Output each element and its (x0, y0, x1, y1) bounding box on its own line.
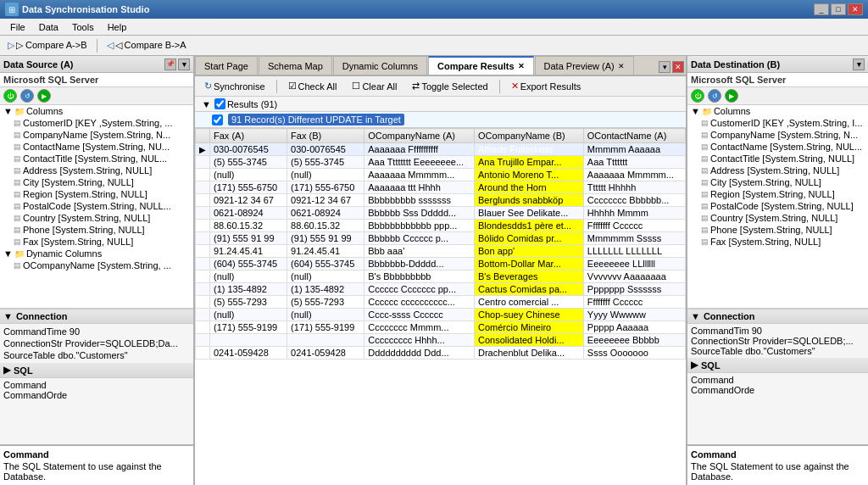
table-row[interactable]: (null)(null)Cccc-ssss CcccccChop-suey Ch… (196, 309, 686, 321)
tree-dynamic-columns[interactable]: ▼ 📁 Dynamic Columns (0, 248, 193, 259)
compare-ab-button[interactable]: ▷ ▷ Compare A->B (3, 37, 92, 53)
row-marker (196, 207, 210, 220)
menu-file[interactable]: File (3, 21, 32, 33)
table-row[interactable]: ▶030-0076545030-0076545Aaaaaaa Fffffffff… (196, 143, 686, 156)
right-tree-country[interactable]: ▤Country [System.String, NULL] (687, 212, 868, 224)
right-tree-phone[interactable]: ▤Phone [System.String, NULL] (687, 224, 868, 236)
menu-tools[interactable]: Tools (65, 21, 101, 33)
right-refresh-button[interactable]: ↺ (708, 89, 721, 103)
table-row[interactable]: (171) 555-9199(171) 555-9199Cccccccc Mmm… (196, 321, 686, 334)
right-tree-city[interactable]: ▤City [System.String, NULL] (687, 176, 868, 188)
col-header-ocont-a[interactable]: OContactName (A) (583, 129, 685, 143)
right-tree-customerid[interactable]: ▤CustomerID [KEY ,System.String, I... (687, 117, 868, 129)
left-panel-header: Data Source (A) 📌 ▾ (0, 56, 193, 73)
right-run-button[interactable]: ▶ (725, 89, 738, 103)
tab-close-button[interactable]: ✕ (672, 61, 684, 73)
close-button[interactable]: ✕ (848, 3, 863, 15)
tab-dynamic-columns[interactable]: Dynamic Columns (333, 56, 427, 75)
subrow-checkbox[interactable] (212, 114, 223, 125)
right-tree-fax[interactable]: ▤Fax [System.String, NULL] (687, 236, 868, 248)
tab-start-page[interactable]: Start Page (195, 56, 258, 75)
cell-fax-b: 0621-08924 (287, 207, 364, 220)
tree-item-region[interactable]: ▤ Region [System.String, NULL] (0, 188, 193, 200)
right-tree-region[interactable]: ▤Region [System.String, NULL] (687, 188, 868, 200)
table-row[interactable]: Ccccccccc Hhhh...Consolidated Holdi...Ee… (196, 334, 686, 347)
check-all-button[interactable]: ☑ Check All (282, 78, 343, 94)
table-row[interactable]: (171) 555-6750(171) 555-6750Aaaaaaa ttt … (196, 181, 686, 194)
tree-item-contacttitle[interactable]: ▤ ContactTitle [System.String, NUL... (0, 153, 193, 164)
cell-ocomp-b: Bólido Comidas pr... (475, 232, 584, 245)
col-header-fax-b[interactable]: Fax (B) (287, 129, 364, 143)
minimize-button[interactable]: _ (814, 3, 829, 15)
tree-item-companyname[interactable]: ▤ CompanyName [System.String, N... (0, 129, 193, 141)
table-row[interactable]: (91) 555 91 99(91) 555 91 99Bbbbbb Ccccc… (196, 232, 686, 245)
left-tree-area[interactable]: ▼ 📁 Columns ▤ CustomerID [KEY ,System.St… (0, 105, 193, 309)
tree-item-phone[interactable]: ▤ Phone [System.String, NULL] (0, 224, 193, 236)
synchronise-button[interactable]: ↻ Synchronise (198, 78, 271, 94)
table-row[interactable]: 91.24.45.4191.24.45.41Bbb aaa'Bon app'LL… (196, 245, 686, 258)
table-row[interactable]: (5) 555-7293(5) 555-7293Cccccc ccccccccc… (196, 296, 686, 309)
cell-fax-b: 0921-12 34 67 (287, 194, 364, 207)
pin-left-button[interactable]: 📌 (164, 59, 176, 70)
table-row[interactable]: (5) 555-3745(5) 555-3745Aaa Tttttttt Eee… (196, 156, 686, 169)
results-checkbox[interactable] (214, 98, 225, 109)
left-run-button[interactable]: ▶ (37, 89, 51, 103)
cell-ocomp-a: Bbb aaa' (364, 245, 475, 258)
table-row[interactable]: 88.60.15.3288.60.15.32Bbbbbbbbbbbb ppp..… (196, 220, 686, 232)
right-tree-postalcode[interactable]: ▤PostalCode [System.String, NULL] (687, 200, 868, 212)
col-icon-3: ▤ (14, 154, 21, 163)
compare-ba-button[interactable]: ◁ ◁ Compare B->A (103, 37, 191, 53)
table-row[interactable]: (null)(null)Aaaaaaa Mmmmm...Antonio More… (196, 169, 686, 181)
table-row[interactable]: 0241-0594280241-059428Dddddddddd Ddd...D… (196, 347, 686, 360)
table-row[interactable]: 0621-089240621-08924Bbbbbb Sss Ddddd...B… (196, 207, 686, 220)
close-left-button[interactable]: ▾ (178, 59, 190, 70)
tab-preview-close[interactable]: ✕ (618, 62, 625, 70)
table-row[interactable]: (1) 135-4892(1) 135-4892Cccccc Ccccccc p… (196, 283, 686, 296)
right-tree-contactname[interactable]: ▤ContactName [System.String, NUL... (687, 141, 868, 153)
cell-ocomp-a: Bbbbbb Cccccc p... (364, 232, 475, 245)
tree-item-city[interactable]: ▤ City [System.String, NULL] (0, 176, 193, 188)
tree-item-customerid[interactable]: ▤ CustomerID [KEY ,System.String, ... (0, 117, 193, 129)
col-header-ocomp-b[interactable]: OCompanyName (B) (475, 129, 584, 143)
toggle-selected-button[interactable]: ⇄ Toggle Selected (406, 78, 493, 94)
col-icon-5: ▤ (14, 178, 21, 187)
right-tree-area[interactable]: ▼ 📁 Columns ▤CustomerID [KEY ,System.Str… (687, 105, 868, 309)
tree-item-country[interactable]: ▤ Country [System.String, NULL] (0, 212, 193, 224)
table-row[interactable]: (604) 555-3745(604) 555-3745Bbbbbbb-Dddd… (196, 258, 686, 270)
app-icon: ⊞ (5, 3, 19, 16)
data-table-container[interactable]: Fax (A) Fax (B) OCompanyName (A) OCompan… (195, 128, 686, 485)
left-desc-area: Command The SQL Statement to use against… (0, 444, 193, 485)
tab-pin-button[interactable]: ▾ (659, 61, 670, 73)
col-icon-10: ▤ (14, 237, 21, 246)
right-tree-columns-root[interactable]: ▼ 📁 Columns (687, 105, 868, 117)
menu-data[interactable]: Data (32, 21, 65, 33)
main-toolbar: ▷ ▷ Compare A->B ◁ ◁ Compare B->A (0, 36, 868, 56)
tree-item-ocompanyname[interactable]: ▤ OCompanyName [System.String, ... (0, 259, 193, 271)
right-connect-button[interactable]: ⏻ (691, 89, 704, 103)
tab-data-preview[interactable]: Data Preview (A) ✕ (535, 56, 634, 75)
right-tree-companyname[interactable]: ▤CompanyName [System.String, N... (687, 129, 868, 141)
tab-compare-results[interactable]: Compare Results ✕ (428, 56, 533, 75)
right-tree-address[interactable]: ▤Address [System.String, NULL] (687, 164, 868, 176)
menu-help[interactable]: Help (101, 21, 134, 33)
tree-columns-root[interactable]: ▼ 📁 Columns (0, 105, 193, 117)
left-connect-button[interactable]: ⏻ (3, 89, 17, 103)
tree-item-address[interactable]: ▤ Address [System.String, NULL] (0, 164, 193, 176)
clear-all-button[interactable]: ☐ Clear All (346, 78, 403, 94)
tree-item-postalcode[interactable]: ▤ PostalCode [System.String, NULL... (0, 200, 193, 212)
table-row[interactable]: (null)(null)B's BbbbbbbbbB's BeveragesVv… (196, 270, 686, 283)
tab-schema-map[interactable]: Schema Map (259, 56, 332, 75)
maximize-button[interactable]: □ (831, 3, 846, 15)
tree-item-contactname[interactable]: ▤ ContactName [System.String, NU... (0, 141, 193, 153)
left-refresh-button[interactable]: ↺ (20, 89, 34, 103)
right-pin-button[interactable]: ▾ (853, 59, 865, 70)
tab-compare-close[interactable]: ✕ (518, 62, 525, 70)
right-tree-contacttitle[interactable]: ▤ContactTitle [System.String, NULL] (687, 153, 868, 164)
col-header-ocomp-a[interactable]: OCompanyName (A) (364, 129, 475, 143)
table-row[interactable]: 0921-12 34 670921-12 34 67Bbbbbbbbb ssss… (196, 194, 686, 207)
export-results-button[interactable]: ✕ Export Results (505, 78, 587, 94)
col-header-fax-a[interactable]: Fax (A) (210, 129, 287, 143)
results-expand-icon[interactable]: ▼ (202, 99, 211, 109)
cell-ocomp-a: Bbbbbbbbb sssssss (364, 194, 475, 207)
tree-item-fax[interactable]: ▤ Fax [System.String, NULL] (0, 236, 193, 248)
